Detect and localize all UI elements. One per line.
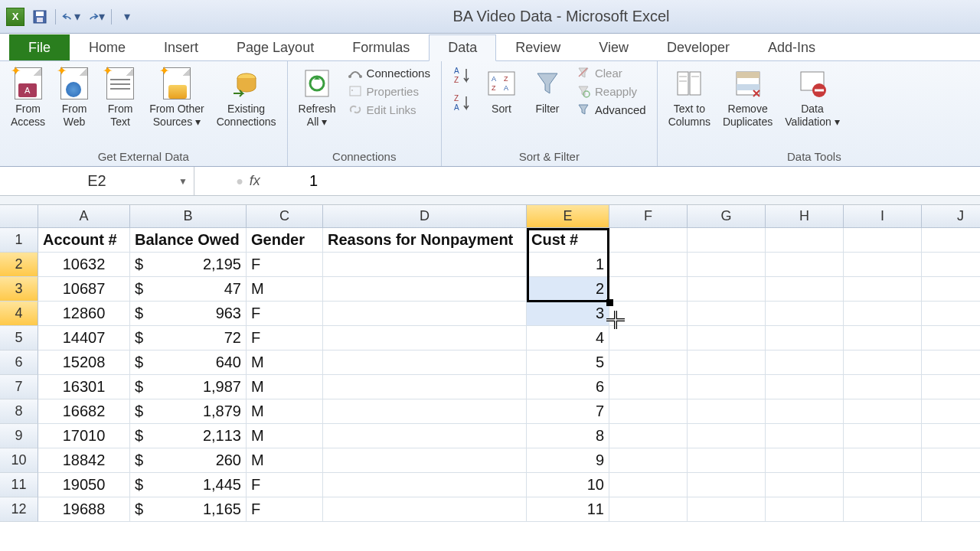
cell-I4[interactable] bbox=[844, 302, 922, 326]
cell-D2[interactable] bbox=[323, 253, 527, 277]
name-box[interactable]: E2 ▼ bbox=[0, 167, 194, 195]
from-text-button[interactable]: ✦ From Text bbox=[99, 64, 142, 132]
cell-F8[interactable] bbox=[609, 399, 688, 424]
cell-I3[interactable] bbox=[844, 277, 922, 302]
cell-H2[interactable] bbox=[766, 253, 844, 277]
cell-E1[interactable]: Cust # bbox=[527, 228, 609, 253]
cell-H3[interactable] bbox=[766, 277, 844, 302]
tab-insert[interactable]: Insert bbox=[145, 34, 217, 60]
cell-B1[interactable]: Balance Owed bbox=[130, 228, 247, 253]
cell-I12[interactable] bbox=[844, 497, 922, 522]
cell-G10[interactable] bbox=[688, 448, 766, 473]
cell-A4[interactable]: 12860 bbox=[38, 302, 130, 326]
cell-C9[interactable]: M bbox=[247, 424, 323, 448]
cell-D8[interactable] bbox=[323, 399, 527, 424]
tab-developer[interactable]: Developer bbox=[648, 34, 749, 60]
row-header-10[interactable]: 10 bbox=[0, 448, 38, 473]
cell-D11[interactable] bbox=[323, 473, 527, 497]
cell-E4[interactable]: 3 bbox=[527, 302, 609, 326]
row-header-4[interactable]: 4 bbox=[0, 302, 38, 326]
cell-I1[interactable] bbox=[844, 228, 922, 253]
cell-D5[interactable] bbox=[323, 326, 527, 350]
cell-A12[interactable]: 19688 bbox=[38, 497, 130, 522]
cell-H9[interactable] bbox=[766, 424, 844, 448]
row-header-2[interactable]: 2 bbox=[0, 253, 38, 277]
cell-J4[interactable] bbox=[922, 302, 980, 326]
col-header-H[interactable]: H bbox=[766, 205, 844, 228]
cell-J1[interactable] bbox=[922, 228, 980, 253]
cell-B2[interactable]: $2,195 bbox=[130, 253, 247, 277]
cell-F10[interactable] bbox=[609, 448, 688, 473]
col-header-E[interactable]: E bbox=[527, 205, 609, 228]
col-header-B[interactable]: B bbox=[130, 205, 247, 228]
cell-I11[interactable] bbox=[844, 473, 922, 497]
row-header-9[interactable]: 9 bbox=[0, 424, 38, 448]
tab-page-layout[interactable]: Page Layout bbox=[217, 34, 333, 60]
cell-F6[interactable] bbox=[609, 350, 688, 375]
col-header-J[interactable]: J bbox=[922, 205, 980, 228]
clear-button[interactable]: Clear bbox=[572, 64, 651, 81]
cell-D1[interactable]: Reasons for Nonpayment bbox=[323, 228, 527, 253]
cell-H8[interactable] bbox=[766, 399, 844, 424]
cell-J11[interactable] bbox=[922, 473, 980, 497]
row-header-5[interactable]: 5 bbox=[0, 326, 38, 350]
cell-J3[interactable] bbox=[922, 277, 980, 302]
qat-customize-icon[interactable]: ▾ bbox=[118, 8, 136, 26]
cell-F7[interactable] bbox=[609, 375, 688, 399]
cell-J9[interactable] bbox=[922, 424, 980, 448]
cell-G11[interactable] bbox=[688, 473, 766, 497]
cell-E3[interactable]: 2 bbox=[527, 277, 609, 302]
cell-A6[interactable]: 15208 bbox=[38, 350, 130, 375]
cell-A2[interactable]: 10632 bbox=[38, 253, 130, 277]
fx-icon[interactable]: fx bbox=[250, 173, 260, 189]
cell-F4[interactable] bbox=[609, 302, 688, 326]
col-header-F[interactable]: F bbox=[609, 205, 688, 228]
col-header-D[interactable]: D bbox=[323, 205, 527, 228]
cell-F12[interactable] bbox=[609, 497, 688, 522]
cell-I5[interactable] bbox=[844, 326, 922, 350]
cell-H7[interactable] bbox=[766, 375, 844, 399]
select-all-corner[interactable] bbox=[0, 205, 38, 228]
tab-view[interactable]: View bbox=[580, 34, 648, 60]
cell-I6[interactable] bbox=[844, 350, 922, 375]
cell-C10[interactable]: M bbox=[247, 448, 323, 473]
row-header-8[interactable]: 8 bbox=[0, 399, 38, 424]
spreadsheet[interactable]: ABCDEFGHIJ1Account #Balance OwedGenderRe… bbox=[0, 205, 980, 522]
cell-B8[interactable]: $1,879 bbox=[130, 399, 247, 424]
col-header-A[interactable]: A bbox=[38, 205, 130, 228]
row-header-7[interactable]: 7 bbox=[0, 375, 38, 399]
from-web-button[interactable]: ✦ From Web bbox=[53, 64, 96, 132]
col-header-C[interactable]: C bbox=[247, 205, 323, 228]
cell-G2[interactable] bbox=[688, 253, 766, 277]
cell-D9[interactable] bbox=[323, 424, 527, 448]
cell-A3[interactable]: 10687 bbox=[38, 277, 130, 302]
cell-H10[interactable] bbox=[766, 448, 844, 473]
cell-A8[interactable]: 16682 bbox=[38, 399, 130, 424]
cell-C4[interactable]: F bbox=[247, 302, 323, 326]
cell-E2[interactable]: 1 bbox=[527, 253, 609, 277]
tab-formulas[interactable]: Formulas bbox=[333, 34, 429, 60]
sort-asc-button[interactable]: AZ bbox=[448, 64, 477, 87]
tab-review[interactable]: Review bbox=[496, 34, 580, 60]
cell-F1[interactable] bbox=[609, 228, 688, 253]
cell-G3[interactable] bbox=[688, 277, 766, 302]
cell-C12[interactable]: F bbox=[247, 497, 323, 522]
remove-duplicates-button[interactable]: Remove Duplicates bbox=[718, 64, 777, 132]
cell-H11[interactable] bbox=[766, 473, 844, 497]
cell-E11[interactable]: 10 bbox=[527, 473, 609, 497]
col-header-G[interactable]: G bbox=[688, 205, 766, 228]
row-header-12[interactable]: 12 bbox=[0, 497, 38, 522]
edit-links-button[interactable]: Edit Links bbox=[344, 101, 435, 118]
excel-icon[interactable]: X bbox=[6, 8, 24, 26]
cell-A7[interactable]: 16301 bbox=[38, 375, 130, 399]
cell-J8[interactable] bbox=[922, 399, 980, 424]
text-to-columns-button[interactable]: Text to Columns bbox=[664, 64, 715, 132]
formula-input[interactable]: 1 bbox=[302, 167, 980, 195]
cell-C7[interactable]: M bbox=[247, 375, 323, 399]
row-header-11[interactable]: 11 bbox=[0, 473, 38, 497]
cell-J7[interactable] bbox=[922, 375, 980, 399]
cell-C5[interactable]: F bbox=[247, 326, 323, 350]
fill-handle[interactable] bbox=[606, 299, 613, 306]
tab-add-ins[interactable]: Add-Ins bbox=[749, 34, 835, 60]
cell-E7[interactable]: 6 bbox=[527, 375, 609, 399]
